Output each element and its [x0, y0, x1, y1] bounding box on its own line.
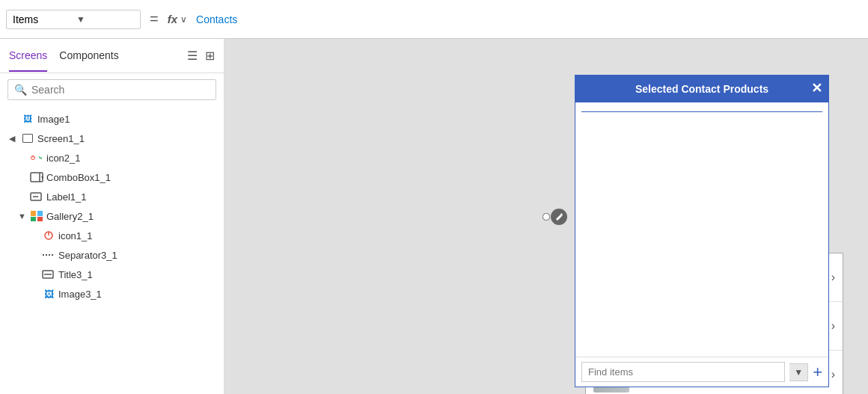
tree-label-combobox1: ComboBox1_1: [46, 172, 111, 183]
chevron-yvonne: ›: [831, 271, 835, 284]
tree-item-icon2[interactable]: icon2_1: [0, 148, 224, 167]
tab-screens[interactable]: Screens: [9, 40, 47, 72]
right-panel-close-button[interactable]: ✕: [811, 80, 822, 96]
screen-icon: [21, 132, 34, 145]
power-icon-2: [30, 151, 43, 164]
items-select-chevron: ▼: [76, 14, 134, 25]
chevron-nancy: ›: [831, 368, 835, 381]
search-box: 🔍: [7, 79, 216, 100]
svg-rect-12: [37, 217, 43, 221]
right-panel: Selected Contact Products ✕ ▼ +: [575, 75, 829, 387]
image3-icon: 🖼: [42, 287, 55, 301]
formula-chevron: ∨: [180, 14, 187, 25]
tree-item-screen1[interactable]: ◀ Screen1_1: [0, 129, 224, 148]
tree-item-image3[interactable]: 🖼 Image3_1: [0, 284, 224, 304]
search-icon: 🔍: [14, 84, 27, 96]
right-panel-body: [575, 102, 828, 357]
find-items-chevron[interactable]: ▼: [789, 363, 808, 381]
tree-label-icon2: icon2_1: [46, 153, 81, 164]
tree-label-label1: Label1_1: [46, 191, 87, 203]
formula-value: Contacts: [196, 13, 237, 25]
tab-components[interactable]: Components: [59, 40, 118, 72]
svg-rect-11: [31, 217, 36, 221]
tab-icons: ☰ ⊞: [187, 49, 215, 63]
tabs-row: Screens Components ☰ ⊞: [0, 39, 224, 73]
chevron-susanna: ›: [831, 319, 835, 333]
separator-icon: [42, 248, 55, 262]
items-select-label: Items: [13, 13, 70, 25]
tree-label-image3: Image3_1: [58, 289, 102, 300]
right-panel-divider: [581, 111, 822, 112]
formula-fx-icon: fx: [168, 13, 177, 25]
formula-divider: =: [147, 10, 162, 28]
list-view-icon[interactable]: ☰: [187, 49, 198, 63]
power-icon-1: [42, 229, 55, 242]
gallery-icon: [30, 209, 43, 223]
right-panel-header: Selected Contact Products ✕: [575, 76, 828, 102]
handle-br[interactable]: [542, 213, 550, 221]
tree-label-screen1: Screen1_1: [37, 133, 85, 144]
image-icon: 🖼: [21, 112, 34, 126]
title-icon: [42, 268, 55, 281]
tree-label-title3: Title3_1: [58, 269, 93, 280]
grid-view-icon[interactable]: ⊞: [205, 49, 215, 63]
tree-item-icon1[interactable]: icon1_1: [0, 226, 224, 245]
formula-bar: fx ∨ Contacts: [168, 13, 862, 25]
right-panel-title: Selected Contact Products: [635, 83, 768, 95]
tree-area: 🖼 Image1 ◀ Screen1_1 icon2_1: [0, 106, 224, 394]
tree-label-sep3: Separator3_1: [58, 250, 117, 261]
svg-text:▾: ▾: [41, 174, 43, 181]
right-panel-footer: ▼ +: [575, 357, 828, 387]
svg-rect-10: [37, 211, 43, 216]
edit-handle[interactable]: [551, 209, 567, 225]
tree-item-separator3[interactable]: Separator3_1: [0, 245, 224, 265]
toolbar: Items ▼ = fx ∨ Contacts: [0, 0, 868, 39]
tree-item-title3[interactable]: Title3_1: [0, 265, 224, 284]
find-items-input[interactable]: [581, 362, 785, 382]
tree-item-image1[interactable]: 🖼 Image1: [0, 109, 224, 129]
main-area: Screens Components ☰ ⊞ 🔍 🖼 Image1 ◀: [0, 39, 868, 394]
label-icon: [30, 190, 43, 203]
chevron-gallery2: ▼: [18, 212, 27, 221]
tree-label-icon1: icon1_1: [58, 230, 93, 241]
tree-item-gallery2[interactable]: ▼ Gallery2_1: [0, 206, 224, 226]
tree-item-label1[interactable]: Label1_1: [0, 187, 224, 206]
combobox-icon: ▾: [30, 170, 43, 184]
chevron-screen1: ◀: [9, 134, 18, 144]
tree-label-gallery2: Gallery2_1: [46, 211, 94, 222]
tree-item-combobox1[interactable]: ▾ ComboBox1_1: [0, 167, 224, 187]
items-select[interactable]: Items ▼: [6, 10, 141, 29]
tree-label-image1: Image1: [37, 114, 70, 125]
svg-rect-9: [31, 211, 36, 216]
search-input[interactable]: [31, 84, 210, 96]
left-panel: Screens Components ☰ ⊞ 🔍 🖼 Image1 ◀: [0, 39, 224, 394]
add-item-button[interactable]: +: [813, 364, 822, 381]
canvas-area: 👩 Yvonne McKay (sample) › 👩 Susanna Stub…: [224, 39, 868, 394]
